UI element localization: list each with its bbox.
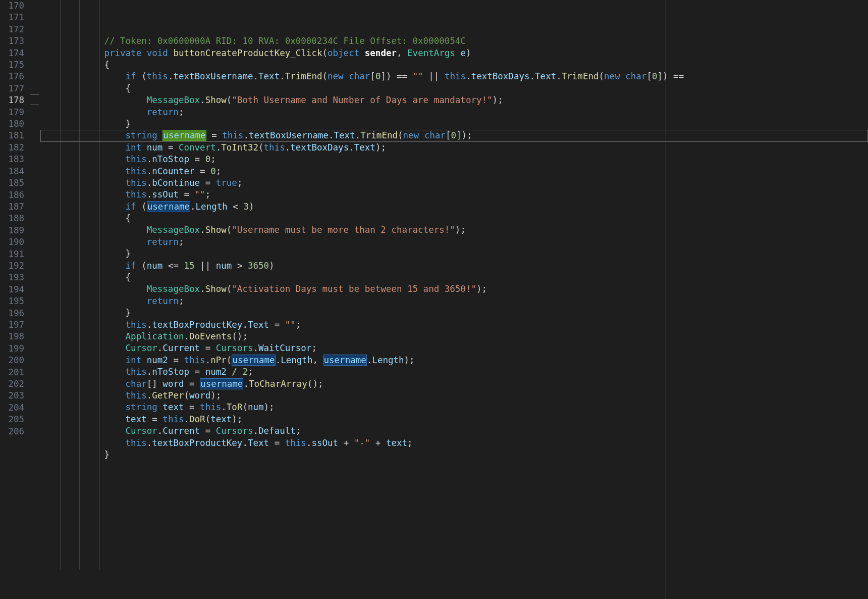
line-number[interactable]: 187 bbox=[0, 201, 26, 213]
code-line[interactable]: } bbox=[40, 248, 868, 260]
code-token: ; bbox=[205, 189, 211, 199]
line-number[interactable]: 190 bbox=[0, 236, 26, 248]
code-line[interactable]: Cursor.Current = Cursors.Default; bbox=[40, 425, 868, 437]
line-number[interactable]: 178 bbox=[0, 94, 26, 106]
line-number[interactable]: 200 bbox=[0, 355, 26, 366]
code-line[interactable]: this.GetPer(word); bbox=[40, 390, 868, 402]
code-line[interactable]: string text = this.ToR(num); bbox=[40, 402, 868, 413]
code-token: Text bbox=[258, 71, 280, 81]
line-number[interactable]: 189 bbox=[0, 225, 26, 236]
code-line[interactable]: string username = this.textBoxUsername.T… bbox=[40, 130, 868, 141]
line-number[interactable]: 194 bbox=[0, 284, 26, 295]
line-number[interactable]: 195 bbox=[0, 295, 26, 307]
line-number[interactable]: 185 bbox=[0, 177, 26, 189]
code-line[interactable]: if (this.textBoxUsername.Text.TrimEnd(ne… bbox=[40, 71, 868, 82]
code-token: textBoxProductKey bbox=[152, 438, 242, 448]
line-number[interactable]: 202 bbox=[0, 378, 26, 390]
code-line[interactable]: } bbox=[40, 307, 868, 319]
code-token: this bbox=[147, 71, 168, 81]
code-line[interactable]: return; bbox=[40, 107, 868, 118]
code-token: // Token: 0x0600000A RID: 10 RVA: 0x0000… bbox=[104, 36, 465, 46]
code-token: = bbox=[147, 414, 163, 424]
line-number[interactable]: 204 bbox=[0, 402, 26, 414]
line-number[interactable]: 172 bbox=[0, 24, 26, 35]
code-token: . bbox=[355, 130, 361, 140]
code-line[interactable]: } bbox=[40, 118, 868, 130]
code-line[interactable]: this.ssOut = ""; bbox=[40, 189, 868, 201]
code-line[interactable]: int num = Convert.ToInt32(this.textBoxDa… bbox=[40, 142, 868, 154]
code-line[interactable]: { bbox=[40, 83, 868, 94]
code-token: this bbox=[200, 402, 221, 412]
code-line[interactable]: this.bContinue = true; bbox=[40, 177, 868, 189]
line-number[interactable]: 205 bbox=[0, 414, 26, 425]
code-token: this bbox=[445, 71, 466, 81]
line-number[interactable]: 181 bbox=[0, 130, 26, 141]
line-number[interactable]: 191 bbox=[0, 248, 26, 260]
code-token: { bbox=[126, 213, 131, 223]
code-line[interactable]: if (num <= 15 || num > 3650) bbox=[40, 260, 868, 272]
code-line[interactable]: this.nCounter = 0; bbox=[40, 166, 868, 177]
code-line[interactable]: if (username.Length < 3) bbox=[40, 201, 868, 213]
line-number[interactable]: 196 bbox=[0, 308, 26, 319]
code-token: ); bbox=[404, 355, 415, 365]
code-line[interactable]: MessageBox.Show("Both Username and Numbe… bbox=[40, 94, 868, 106]
line-number[interactable]: 179 bbox=[0, 107, 26, 118]
line-number[interactable]: 203 bbox=[0, 390, 26, 402]
code-line[interactable]: private void buttonCreateProductKey_Clic… bbox=[40, 47, 868, 59]
code-line[interactable]: MessageBox.Show("Username must be more t… bbox=[40, 224, 868, 236]
code-line[interactable]: int num2 = this.nPr(username.Length, use… bbox=[40, 355, 868, 366]
code-line[interactable]: text = this.DoR(text); bbox=[40, 414, 868, 425]
line-number[interactable]: 177 bbox=[0, 83, 26, 94]
line-number[interactable]: 174 bbox=[0, 47, 26, 59]
code-token: . bbox=[556, 71, 562, 81]
code-line[interactable]: { bbox=[40, 272, 868, 283]
line-number[interactable]: 199 bbox=[0, 343, 26, 355]
code-line[interactable]: Cursor.Current = Cursors.WaitCursor; bbox=[40, 342, 868, 354]
code-line[interactable]: this.nToStop = 0; bbox=[40, 154, 868, 165]
line-number[interactable]: 198 bbox=[0, 331, 26, 342]
code-line[interactable]: this.textBoxProductKey.Text = this.ssOut… bbox=[40, 437, 868, 449]
code-token: = bbox=[200, 343, 216, 353]
line-number[interactable]: 173 bbox=[0, 35, 26, 47]
code-token: textBoxProductKey bbox=[152, 320, 242, 330]
code-token: string bbox=[126, 130, 157, 140]
code-line[interactable]: return; bbox=[40, 295, 868, 307]
line-number[interactable]: 193 bbox=[0, 272, 26, 283]
code-line[interactable]: { bbox=[40, 213, 868, 224]
indent bbox=[40, 355, 126, 365]
line-number[interactable]: 170 bbox=[0, 0, 26, 12]
line-number[interactable]: 192 bbox=[0, 260, 26, 272]
code-line[interactable]: return; bbox=[40, 236, 868, 248]
code-line[interactable]: MessageBox.Show("Activation Days must be… bbox=[40, 283, 868, 295]
line-number[interactable]: 206 bbox=[0, 426, 26, 437]
code-line[interactable]: this.nToStop = num2 / 2; bbox=[40, 366, 868, 378]
code-line[interactable] bbox=[40, 461, 868, 472]
code-token bbox=[141, 142, 147, 153]
line-number[interactable]: 184 bbox=[0, 166, 26, 177]
code-line[interactable]: } bbox=[40, 449, 868, 461]
code-token: Current bbox=[162, 343, 200, 353]
line-number[interactable]: 197 bbox=[0, 319, 26, 331]
line-number-gutter[interactable]: 1701711721731741751761771781791801811821… bbox=[0, 0, 29, 599]
line-number[interactable]: 175 bbox=[0, 59, 26, 71]
line-number[interactable]: 180 bbox=[0, 118, 26, 130]
line-number[interactable]: 201 bbox=[0, 367, 26, 378]
code-line[interactable]: { bbox=[40, 59, 868, 71]
code-line[interactable]: Application.DoEvents(); bbox=[40, 331, 868, 342]
code-area[interactable]: // Token: 0x0600000A RID: 10 RVA: 0x0000… bbox=[40, 0, 868, 599]
line-number[interactable]: 186 bbox=[0, 189, 26, 201]
code-token: ( bbox=[227, 355, 232, 365]
code-line[interactable]: this.textBoxProductKey.Text = ""; bbox=[40, 319, 868, 331]
line-number[interactable]: 183 bbox=[0, 154, 26, 165]
code-token: ; bbox=[296, 426, 301, 436]
code-line[interactable]: // Token: 0x0600000A RID: 10 RVA: 0x0000… bbox=[40, 35, 868, 47]
code-token: void bbox=[147, 48, 168, 58]
line-number[interactable]: 188 bbox=[0, 213, 26, 224]
line-number[interactable]: 171 bbox=[0, 12, 26, 23]
line-number[interactable]: 176 bbox=[0, 71, 26, 82]
indent bbox=[40, 119, 126, 129]
code-line[interactable]: char[] word = username.ToCharArray(); bbox=[40, 378, 868, 390]
line-number[interactable]: 182 bbox=[0, 142, 26, 154]
code-token: . bbox=[147, 390, 152, 401]
code-editor[interactable]: 1701711721731741751761771781791801811821… bbox=[0, 0, 868, 599]
